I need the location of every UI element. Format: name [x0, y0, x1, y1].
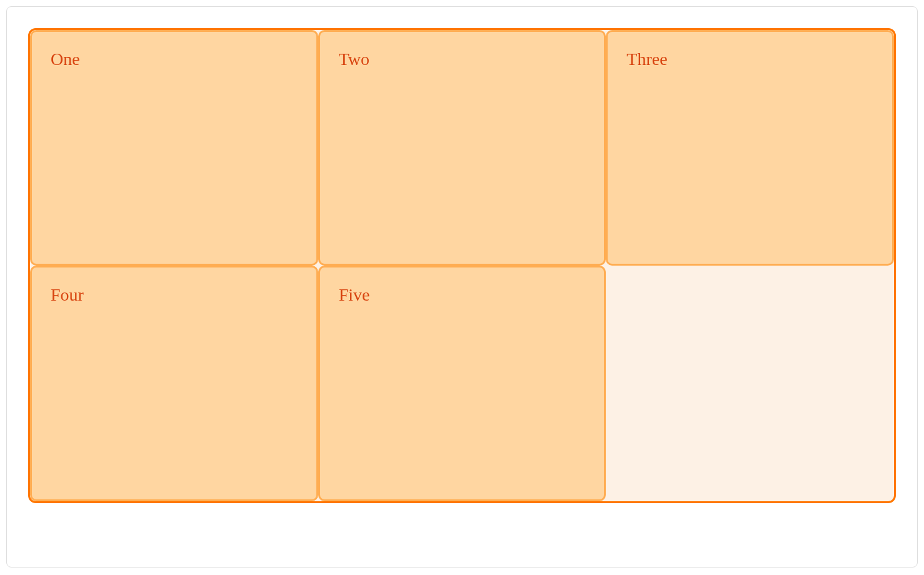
grid-cell-three: Three: [606, 30, 894, 266]
grid-cell-one: One: [30, 30, 318, 266]
cell-label: One: [51, 49, 80, 69]
outer-frame: One Two Three Four Five: [6, 6, 918, 568]
grid-cell-two: Two: [318, 30, 606, 266]
grid-cell-five: Five: [318, 266, 606, 501]
cell-label: Five: [339, 285, 370, 304]
grid-container: One Two Three Four Five: [28, 28, 896, 503]
grid-cell-four: Four: [30, 266, 318, 501]
cell-label: Four: [51, 285, 84, 304]
cell-label: Three: [626, 49, 667, 69]
cell-label: Two: [339, 49, 369, 69]
